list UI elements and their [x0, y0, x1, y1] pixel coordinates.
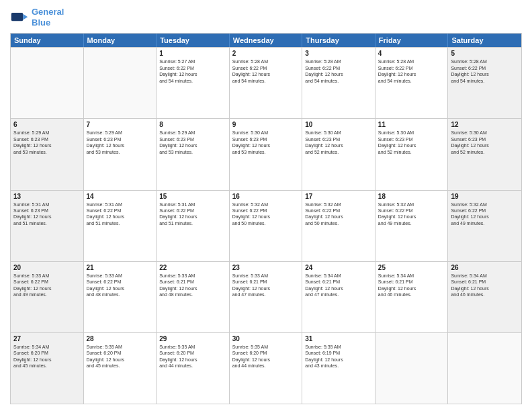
- calendar-week-2: 6Sunrise: 5:29 AM Sunset: 6:23 PM Daylig…: [11, 118, 521, 189]
- calendar-day-3: 3Sunrise: 5:28 AM Sunset: 6:22 PM Daylig…: [302, 48, 375, 118]
- day-info: Sunrise: 5:33 AM Sunset: 6:22 PM Dayligh…: [87, 273, 154, 298]
- calendar-day-8: 8Sunrise: 5:29 AM Sunset: 6:23 PM Daylig…: [157, 119, 230, 189]
- calendar-day-empty: [448, 333, 521, 404]
- calendar-day-18: 18Sunrise: 5:32 AM Sunset: 6:22 PM Dayli…: [375, 191, 449, 261]
- calendar-day-2: 2Sunrise: 5:28 AM Sunset: 6:22 PM Daylig…: [230, 48, 303, 118]
- day-info: Sunrise: 5:35 AM Sunset: 6:20 PM Dayligh…: [159, 344, 226, 369]
- calendar-day-16: 16Sunrise: 5:32 AM Sunset: 6:22 PM Dayli…: [230, 191, 303, 261]
- calendar-day-13: 13Sunrise: 5:31 AM Sunset: 6:23 PM Dayli…: [11, 191, 84, 261]
- day-number: 6: [13, 121, 81, 128]
- calendar-day-31: 31Sunrise: 5:35 AM Sunset: 6:19 PM Dayli…: [302, 333, 375, 404]
- day-number: 12: [451, 121, 519, 128]
- calendar-day-30: 30Sunrise: 5:35 AM Sunset: 6:20 PM Dayli…: [230, 333, 303, 404]
- day-number: 22: [159, 264, 226, 271]
- calendar: SundayMondayTuesdayWednesdayThursdayFrid…: [10, 33, 522, 404]
- day-number: 4: [378, 50, 445, 57]
- calendar-day-26: 26Sunrise: 5:34 AM Sunset: 6:21 PM Dayli…: [448, 262, 521, 332]
- day-number: 14: [87, 193, 154, 200]
- day-info: Sunrise: 5:35 AM Sunset: 6:19 PM Dayligh…: [305, 344, 372, 369]
- day-number: 26: [451, 264, 519, 271]
- header-day-saturday: Saturday: [448, 34, 521, 47]
- day-number: 16: [232, 193, 300, 200]
- header-day-monday: Monday: [84, 34, 157, 47]
- day-info: Sunrise: 5:30 AM Sunset: 6:23 PM Dayligh…: [232, 130, 300, 155]
- logo-icon: [10, 8, 29, 27]
- calendar-day-1: 1Sunrise: 5:27 AM Sunset: 6:22 PM Daylig…: [157, 48, 230, 118]
- header-day-tuesday: Tuesday: [157, 34, 230, 47]
- day-info: Sunrise: 5:27 AM Sunset: 6:22 PM Dayligh…: [159, 58, 226, 84]
- header-day-wednesday: Wednesday: [230, 34, 303, 47]
- calendar-day-7: 7Sunrise: 5:29 AM Sunset: 6:23 PM Daylig…: [84, 119, 157, 189]
- day-info: Sunrise: 5:29 AM Sunset: 6:23 PM Dayligh…: [87, 130, 154, 155]
- day-number: 7: [87, 121, 154, 128]
- svg-rect-0: [11, 13, 24, 21]
- day-number: 15: [159, 193, 226, 200]
- calendar-day-empty: [84, 48, 157, 118]
- header-day-sunday: Sunday: [11, 34, 84, 47]
- calendar-day-17: 17Sunrise: 5:32 AM Sunset: 6:22 PM Dayli…: [302, 191, 375, 261]
- calendar-week-5: 27Sunrise: 5:34 AM Sunset: 6:20 PM Dayli…: [11, 332, 521, 404]
- day-number: 20: [13, 264, 81, 271]
- day-info: Sunrise: 5:30 AM Sunset: 6:23 PM Dayligh…: [451, 130, 519, 155]
- day-number: 25: [378, 264, 445, 271]
- calendar-day-4: 4Sunrise: 5:28 AM Sunset: 6:22 PM Daylig…: [375, 48, 449, 118]
- day-info: Sunrise: 5:29 AM Sunset: 6:23 PM Dayligh…: [159, 130, 226, 155]
- calendar-body: 1Sunrise: 5:27 AM Sunset: 6:22 PM Daylig…: [11, 47, 521, 404]
- day-number: 24: [305, 264, 372, 271]
- calendar-day-15: 15Sunrise: 5:31 AM Sunset: 6:22 PM Dayli…: [157, 191, 230, 261]
- day-number: 8: [159, 121, 226, 128]
- day-info: Sunrise: 5:33 AM Sunset: 6:21 PM Dayligh…: [159, 273, 226, 298]
- day-info: Sunrise: 5:29 AM Sunset: 6:23 PM Dayligh…: [13, 130, 81, 155]
- day-info: Sunrise: 5:32 AM Sunset: 6:22 PM Dayligh…: [378, 201, 445, 227]
- calendar-day-19: 19Sunrise: 5:32 AM Sunset: 6:22 PM Dayli…: [448, 191, 521, 261]
- calendar-day-6: 6Sunrise: 5:29 AM Sunset: 6:23 PM Daylig…: [11, 119, 84, 189]
- calendar-day-11: 11Sunrise: 5:30 AM Sunset: 6:23 PM Dayli…: [375, 119, 449, 189]
- header: General Blue: [10, 7, 522, 28]
- calendar-day-5: 5Sunrise: 5:28 AM Sunset: 6:22 PM Daylig…: [448, 48, 521, 118]
- calendar-day-21: 21Sunrise: 5:33 AM Sunset: 6:22 PM Dayli…: [84, 262, 157, 332]
- day-info: Sunrise: 5:34 AM Sunset: 6:21 PM Dayligh…: [451, 273, 519, 298]
- day-info: Sunrise: 5:28 AM Sunset: 6:22 PM Dayligh…: [305, 58, 372, 84]
- day-info: Sunrise: 5:33 AM Sunset: 6:22 PM Dayligh…: [13, 273, 81, 298]
- calendar-day-20: 20Sunrise: 5:33 AM Sunset: 6:22 PM Dayli…: [11, 262, 84, 332]
- day-number: 27: [13, 335, 81, 342]
- day-info: Sunrise: 5:32 AM Sunset: 6:22 PM Dayligh…: [451, 201, 519, 227]
- day-info: Sunrise: 5:35 AM Sunset: 6:20 PM Dayligh…: [87, 344, 154, 369]
- day-info: Sunrise: 5:32 AM Sunset: 6:22 PM Dayligh…: [232, 201, 300, 227]
- day-number: 2: [232, 50, 300, 57]
- day-info: Sunrise: 5:28 AM Sunset: 6:22 PM Dayligh…: [378, 58, 445, 84]
- calendar-week-3: 13Sunrise: 5:31 AM Sunset: 6:23 PM Dayli…: [11, 190, 521, 261]
- day-info: Sunrise: 5:31 AM Sunset: 6:23 PM Dayligh…: [13, 201, 81, 227]
- day-number: 5: [451, 50, 519, 57]
- calendar-day-25: 25Sunrise: 5:34 AM Sunset: 6:21 PM Dayli…: [375, 262, 449, 332]
- day-number: 17: [305, 193, 372, 200]
- day-info: Sunrise: 5:28 AM Sunset: 6:22 PM Dayligh…: [451, 58, 519, 84]
- day-number: 21: [87, 264, 154, 271]
- day-number: 9: [232, 121, 300, 128]
- calendar-week-1: 1Sunrise: 5:27 AM Sunset: 6:22 PM Daylig…: [11, 47, 521, 118]
- calendar-day-9: 9Sunrise: 5:30 AM Sunset: 6:23 PM Daylig…: [230, 119, 303, 189]
- day-number: 10: [305, 121, 372, 128]
- header-day-friday: Friday: [375, 34, 449, 47]
- calendar-day-empty: [375, 333, 449, 404]
- calendar-day-27: 27Sunrise: 5:34 AM Sunset: 6:20 PM Dayli…: [11, 333, 84, 404]
- calendar-day-empty: [11, 48, 84, 118]
- day-number: 11: [378, 121, 445, 128]
- calendar-day-29: 29Sunrise: 5:35 AM Sunset: 6:20 PM Dayli…: [157, 333, 230, 404]
- day-info: Sunrise: 5:34 AM Sunset: 6:20 PM Dayligh…: [13, 344, 81, 369]
- calendar-day-23: 23Sunrise: 5:33 AM Sunset: 6:21 PM Dayli…: [230, 262, 303, 332]
- day-number: 23: [232, 264, 300, 271]
- calendar-day-12: 12Sunrise: 5:30 AM Sunset: 6:23 PM Dayli…: [448, 119, 521, 189]
- day-number: 1: [159, 50, 226, 57]
- day-number: 29: [159, 335, 226, 342]
- day-number: 31: [305, 335, 372, 342]
- day-info: Sunrise: 5:34 AM Sunset: 6:21 PM Dayligh…: [378, 273, 445, 298]
- calendar-week-4: 20Sunrise: 5:33 AM Sunset: 6:22 PM Dayli…: [11, 261, 521, 332]
- day-info: Sunrise: 5:34 AM Sunset: 6:21 PM Dayligh…: [305, 273, 372, 298]
- calendar-day-28: 28Sunrise: 5:35 AM Sunset: 6:20 PM Dayli…: [84, 333, 157, 404]
- day-number: 28: [87, 335, 154, 342]
- day-info: Sunrise: 5:31 AM Sunset: 6:22 PM Dayligh…: [87, 201, 154, 227]
- day-number: 30: [232, 335, 300, 342]
- day-info: Sunrise: 5:32 AM Sunset: 6:22 PM Dayligh…: [305, 201, 372, 227]
- header-day-thursday: Thursday: [302, 34, 375, 47]
